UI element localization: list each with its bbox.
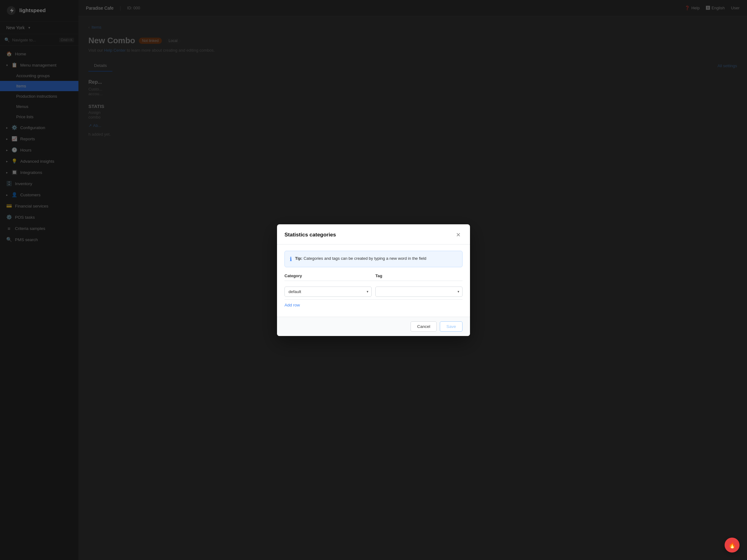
column-header-category: Category [284,273,371,278]
tip-content: Tip: Categories and tags can be created … [295,256,427,262]
modal-footer: Cancel Save [277,317,470,336]
category-select[interactable]: default [284,287,371,297]
tag-select[interactable] [376,287,463,297]
category-select-wrapper: default ▾ [284,287,371,297]
column-header-tag: Tag [376,273,463,278]
table-column-headers: Category Tag [284,273,463,281]
save-button[interactable]: Save [440,321,463,331]
fab-button[interactable]: 🔥 [725,538,740,553]
add-row-button[interactable]: Add row [284,300,300,311]
modal-body: ℹ Tip: Categories and tags can be create… [277,244,470,317]
statistics-categories-modal: Statistics categories ✕ ℹ Tip: Categorie… [277,224,470,336]
tag-select-wrapper: ▾ [376,287,463,297]
modal-close-button[interactable]: ✕ [454,231,463,239]
cancel-button[interactable]: Cancel [411,321,437,331]
tip-body-text: Categories and tags can be created by ty… [304,256,427,261]
category-tag-row: default ▾ ▾ [284,284,463,300]
modal-header: Statistics categories ✕ [277,224,470,244]
info-icon: ℹ [290,256,292,263]
tip-box: ℹ Tip: Categories and tags can be create… [284,251,463,267]
tip-label: Tip: [295,256,303,261]
modal-title: Statistics categories [284,232,336,238]
fab-icon: 🔥 [728,541,736,549]
modal-overlay: Statistics categories ✕ ℹ Tip: Categorie… [0,0,747,560]
